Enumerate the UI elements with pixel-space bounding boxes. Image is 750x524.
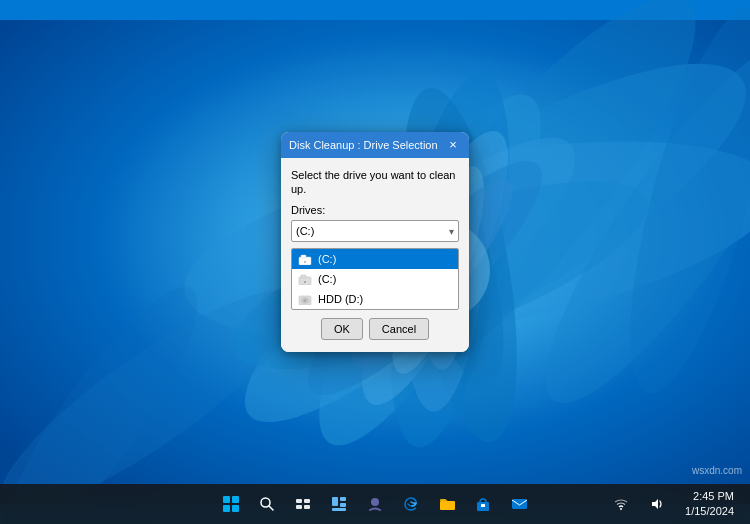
taskbar-center-icons [215,488,535,520]
svg-rect-26 [301,275,306,278]
taskbar-store-button[interactable] [467,488,499,520]
dialog-instruction: Select the drive you want to clean up. [291,168,459,197]
svg-point-30 [304,299,307,302]
taskbar: 2:45 PM 1/15/2024 [0,484,750,524]
taskbar-start-button[interactable] [215,488,247,520]
desktop: Disk Cleanup : Drive Selection × Select … [0,0,750,524]
drive-list: (C:) (C:) [291,248,459,310]
dialog-buttons: OK Cancel [291,310,459,340]
svg-point-27 [304,281,306,283]
drive-dropdown[interactable]: (C:) ▾ [291,220,459,242]
drive-c-label: (C:) [318,253,336,265]
taskbar-network-icon[interactable] [605,488,637,520]
svg-rect-49 [512,499,527,509]
svg-point-50 [620,508,622,510]
taskbar-edge-button[interactable] [395,488,427,520]
dropdown-selected-value: (C:) [296,225,314,237]
drive-icon-d [298,293,312,305]
svg-rect-40 [304,505,310,509]
svg-rect-37 [296,499,302,503]
svg-rect-43 [332,508,346,511]
svg-rect-31 [223,496,230,503]
disk-cleanup-dialog: Disk Cleanup : Drive Selection × Select … [281,132,469,353]
svg-rect-41 [332,497,338,506]
svg-rect-33 [223,505,230,512]
taskbar-chat-button[interactable] [359,488,391,520]
drive-item-d[interactable]: HDD (D:) [292,289,458,309]
taskbar-volume-icon[interactable] [641,488,673,520]
svg-rect-34 [232,505,239,512]
taskbar-taskview-button[interactable] [287,488,319,520]
dialog-close-button[interactable]: × [445,137,461,153]
dialog-titlebar: Disk Cleanup : Drive Selection × [281,132,469,158]
dialog-overlay: Disk Cleanup : Drive Selection × Select … [0,0,750,484]
taskbar-clock[interactable]: 2:45 PM 1/15/2024 [677,487,742,522]
svg-rect-38 [304,499,310,503]
drive-item-c2[interactable]: (C:) [292,269,458,289]
ok-button[interactable]: OK [321,318,363,340]
taskbar-explorer-button[interactable] [431,488,463,520]
taskbar-mail-button[interactable] [503,488,535,520]
taskbar-right-area: 2:45 PM 1/15/2024 [605,487,742,522]
drive-c2-label: (C:) [318,273,336,285]
cancel-button[interactable]: Cancel [369,318,429,340]
drive-d-label: HDD (D:) [318,293,363,305]
svg-rect-39 [296,505,302,509]
dropdown-arrow-icon: ▾ [449,226,454,237]
drive-icon-c2 [298,273,312,285]
svg-point-45 [371,498,379,506]
svg-point-24 [304,261,306,263]
taskbar-search-button[interactable] [251,488,283,520]
svg-line-36 [269,506,273,510]
svg-rect-46 [440,501,455,510]
dialog-title: Disk Cleanup : Drive Selection [289,139,438,151]
drives-label: Drives: [291,204,459,216]
svg-rect-42 [340,497,346,501]
svg-rect-44 [340,503,346,507]
watermark: wsxdn.com [692,465,742,476]
drive-icon-c [298,253,312,265]
svg-rect-32 [232,496,239,503]
drive-item-c-selected[interactable]: (C:) [292,249,458,269]
taskbar-date-display: 1/15/2024 [685,504,734,519]
dialog-body: Select the drive you want to clean up. D… [281,158,469,353]
taskbar-time-display: 2:45 PM [685,489,734,504]
taskbar-widgets-button[interactable] [323,488,355,520]
svg-rect-48 [481,504,485,507]
svg-rect-23 [301,255,306,258]
watermark-text: wsxdn.com [692,465,742,476]
